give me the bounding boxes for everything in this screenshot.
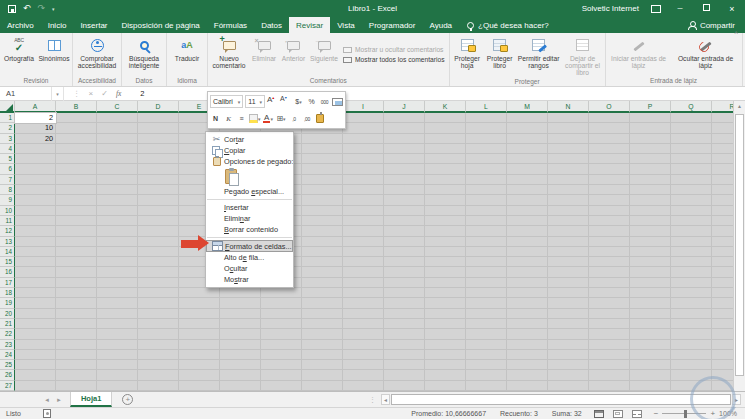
cell-a3[interactable]: 20 [15, 134, 56, 144]
cell[interactable] [589, 164, 630, 174]
cell[interactable] [384, 226, 425, 236]
cell[interactable] [630, 247, 671, 257]
cell[interactable] [507, 134, 548, 144]
cell[interactable] [671, 329, 712, 339]
scroll-left-icon[interactable]: ◄ [381, 394, 390, 405]
font-size-box[interactable]: 11▾ [245, 95, 265, 108]
scroll-right-icon[interactable]: ► [732, 394, 741, 405]
bold-button[interactable]: N [210, 112, 221, 125]
cell[interactable] [589, 350, 630, 360]
cell[interactable] [425, 309, 466, 319]
cell[interactable] [630, 309, 671, 319]
cell[interactable] [425, 164, 466, 174]
cell[interactable] [302, 164, 343, 174]
cell[interactable] [671, 350, 712, 360]
cell[interactable] [548, 247, 589, 257]
cell[interactable] [589, 340, 630, 350]
cell[interactable] [15, 350, 56, 360]
cell[interactable] [15, 175, 56, 185]
page-break-view-icon[interactable] [632, 410, 642, 418]
row-header-1[interactable]: 1 [0, 113, 15, 123]
cell[interactable] [630, 113, 671, 123]
ortografia-button[interactable]: Ortografía [1, 34, 37, 75]
redo-icon[interactable] [38, 4, 46, 13]
menu-item-pegado-especial[interactable]: Pegado especial... [206, 186, 293, 197]
cell[interactable] [56, 164, 97, 174]
cell[interactable] [343, 123, 384, 133]
cell[interactable] [466, 237, 507, 247]
cell[interactable] [425, 226, 466, 236]
cell[interactable] [220, 381, 261, 391]
cell[interactable] [425, 237, 466, 247]
proteger-hoja-button[interactable]: Proteger hoja [451, 34, 484, 76]
cell[interactable] [548, 123, 589, 133]
cell[interactable] [425, 370, 466, 380]
cell[interactable] [220, 298, 261, 308]
column-header-q[interactable]: Q [671, 101, 712, 113]
cell[interactable] [589, 257, 630, 267]
cell[interactable] [384, 185, 425, 195]
cell[interactable] [671, 267, 712, 277]
cell[interactable] [384, 370, 425, 380]
cell[interactable] [56, 350, 97, 360]
column-header-p[interactable]: P [630, 101, 671, 113]
cell[interactable] [138, 288, 179, 298]
row-header-24[interactable]: 24 [0, 350, 15, 360]
comma-style-button[interactable]: 000 [319, 95, 330, 108]
cell[interactable] [384, 195, 425, 205]
cell[interactable] [343, 226, 384, 236]
cell[interactable] [466, 278, 507, 288]
cell[interactable] [302, 134, 343, 144]
cell[interactable] [138, 164, 179, 174]
cell[interactable] [548, 360, 589, 370]
cell[interactable] [384, 319, 425, 329]
zoom-out-icon[interactable] [654, 409, 659, 418]
cell[interactable] [343, 113, 384, 123]
cell[interactable] [548, 288, 589, 298]
cell[interactable] [548, 154, 589, 164]
cell[interactable] [343, 206, 384, 216]
cell[interactable] [343, 247, 384, 257]
cell[interactable] [302, 381, 343, 391]
row-header-19[interactable]: 19 [0, 298, 15, 308]
cell[interactable] [671, 247, 712, 257]
undo-icon[interactable] [23, 4, 31, 13]
cell[interactable] [15, 288, 56, 298]
cell[interactable] [56, 175, 97, 185]
cell[interactable] [548, 216, 589, 226]
cell[interactable] [466, 340, 507, 350]
cell[interactable] [630, 278, 671, 288]
horizontal-scrollbar[interactable]: ◄ ► [381, 394, 741, 405]
cell[interactable] [384, 134, 425, 144]
cell[interactable] [15, 319, 56, 329]
cell[interactable] [384, 206, 425, 216]
cell[interactable] [97, 175, 138, 185]
cell[interactable] [630, 144, 671, 154]
cell[interactable] [548, 134, 589, 144]
horizontal-scroll-thumb[interactable] [391, 394, 731, 405]
column-header-o[interactable]: O [589, 101, 630, 113]
cell[interactable] [384, 340, 425, 350]
cell[interactable] [261, 360, 302, 370]
cell[interactable] [179, 381, 220, 391]
cell[interactable] [384, 237, 425, 247]
cell[interactable] [425, 257, 466, 267]
merge-center-button[interactable] [332, 95, 343, 108]
cell[interactable] [56, 298, 97, 308]
cell[interactable] [466, 247, 507, 257]
cell[interactable] [589, 360, 630, 370]
column-header-b[interactable]: B [56, 101, 97, 113]
cell[interactable] [507, 298, 548, 308]
cell[interactable] [302, 267, 343, 277]
cell[interactable] [507, 278, 548, 288]
column-header-m[interactable]: M [507, 101, 548, 113]
cell[interactable] [343, 154, 384, 164]
cell[interactable] [343, 370, 384, 380]
cell[interactable] [466, 370, 507, 380]
maximize-button[interactable] [699, 4, 713, 13]
cell[interactable] [220, 350, 261, 360]
format-painter-button[interactable] [315, 112, 326, 125]
row-header-3[interactable]: 3 [0, 134, 15, 144]
percent-style-button[interactable]: % [306, 95, 317, 108]
cell[interactable] [671, 237, 712, 247]
